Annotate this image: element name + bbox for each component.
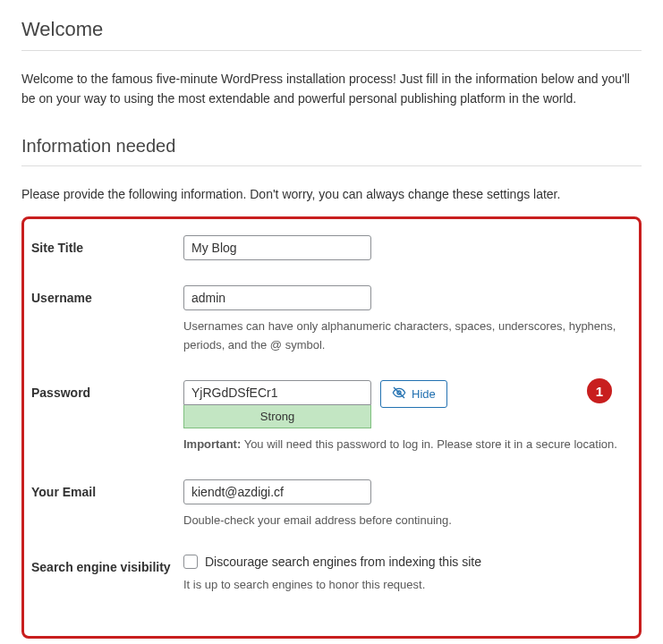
password-input[interactable] — [183, 380, 371, 405]
info-subtext: Please provide the following information… — [21, 184, 642, 204]
hide-button-label: Hide — [412, 387, 436, 401]
search-visibility-label: Search engine visibility — [31, 555, 183, 574]
email-label: Your Email — [31, 479, 183, 499]
welcome-heading: Welcome — [21, 18, 642, 41]
search-visibility-help: It is up to search engines to honor this… — [183, 576, 625, 595]
password-label: Password — [31, 380, 183, 400]
form-container: Site Title Username Usernames can have o… — [21, 216, 642, 639]
site-title-label: Site Title — [31, 235, 183, 255]
info-heading: Information needed — [21, 136, 642, 157]
hide-password-button[interactable]: Hide — [380, 380, 447, 408]
divider — [21, 50, 642, 51]
username-label: Username — [31, 285, 183, 305]
email-input[interactable] — [183, 479, 371, 504]
site-title-input[interactable] — [183, 235, 371, 260]
username-help: Usernames can have only alphanumeric cha… — [183, 318, 625, 355]
welcome-intro: Welcome to the famous five-minute WordPr… — [21, 69, 642, 109]
eye-slash-icon — [392, 386, 406, 402]
password-strength: Strong — [183, 405, 371, 428]
email-help: Double-check your email address before c… — [183, 512, 625, 530]
password-important: Important: You will need this password t… — [183, 436, 625, 454]
divider — [21, 165, 642, 166]
username-input[interactable] — [183, 285, 371, 310]
search-visibility-checkbox-label: Discourage search engines from indexing … — [205, 555, 481, 569]
search-visibility-checkbox[interactable] — [183, 555, 198, 569]
annotation-badge-1: 1 — [587, 378, 612, 403]
